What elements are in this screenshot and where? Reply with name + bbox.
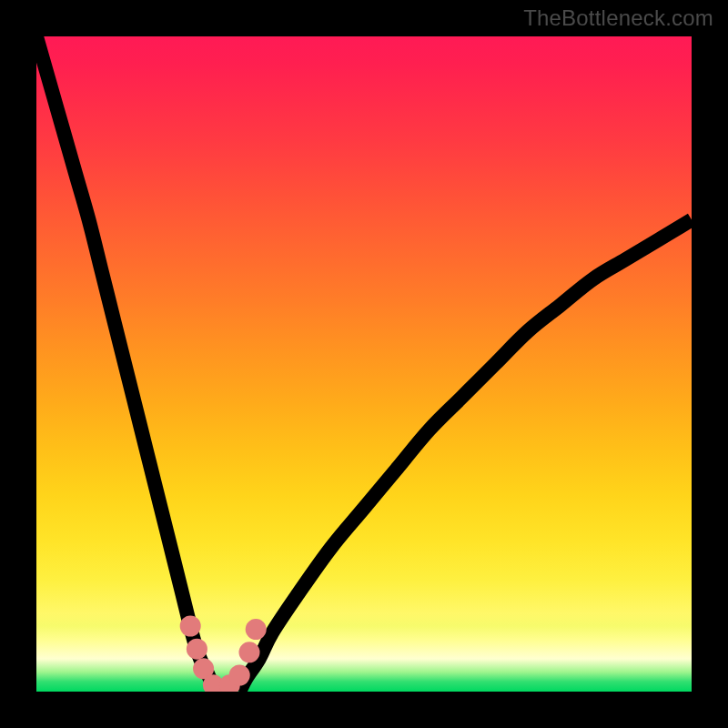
curves-svg	[36, 36, 692, 692]
right-curve	[239, 220, 692, 692]
data-marker	[229, 664, 250, 685]
data-marker	[246, 619, 267, 640]
plot-area	[36, 36, 692, 692]
chart-frame: TheBottleneck.com	[0, 0, 728, 728]
left-curve	[36, 36, 220, 692]
data-marker	[238, 642, 259, 662]
watermark-text: TheBottleneck.com	[523, 5, 713, 31]
data-marker	[180, 615, 201, 636]
data-marker	[187, 639, 207, 660]
